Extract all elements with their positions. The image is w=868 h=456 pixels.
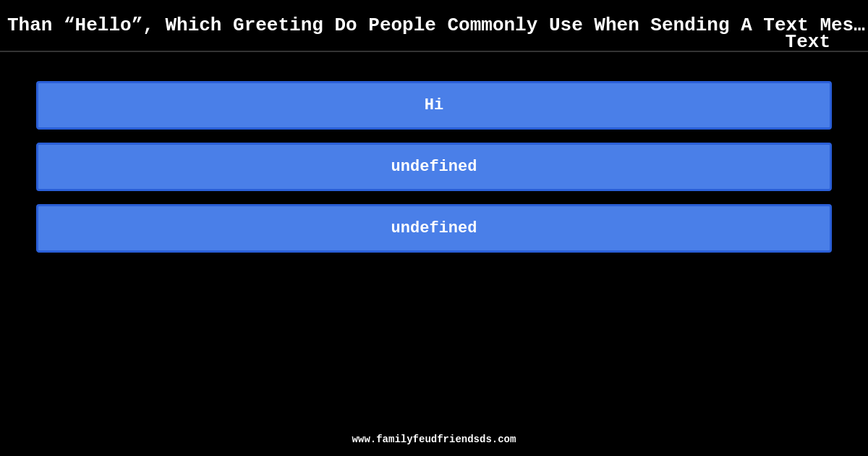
answer-button-1[interactable]: Hi (36, 81, 832, 130)
top-right-label: Text (786, 31, 830, 53)
question-text: Than “Hello”, Which Greeting Do People C… (0, 7, 868, 43)
answer-button-3[interactable]: undefined (36, 204, 832, 253)
header-bar: Than “Hello”, Which Greeting Do People C… (0, 0, 868, 52)
footer-url: www.familyfeudfriendsds.com (0, 434, 868, 445)
answer-button-2[interactable]: undefined (36, 143, 832, 191)
answers-container: Hi undefined undefined (0, 59, 868, 253)
